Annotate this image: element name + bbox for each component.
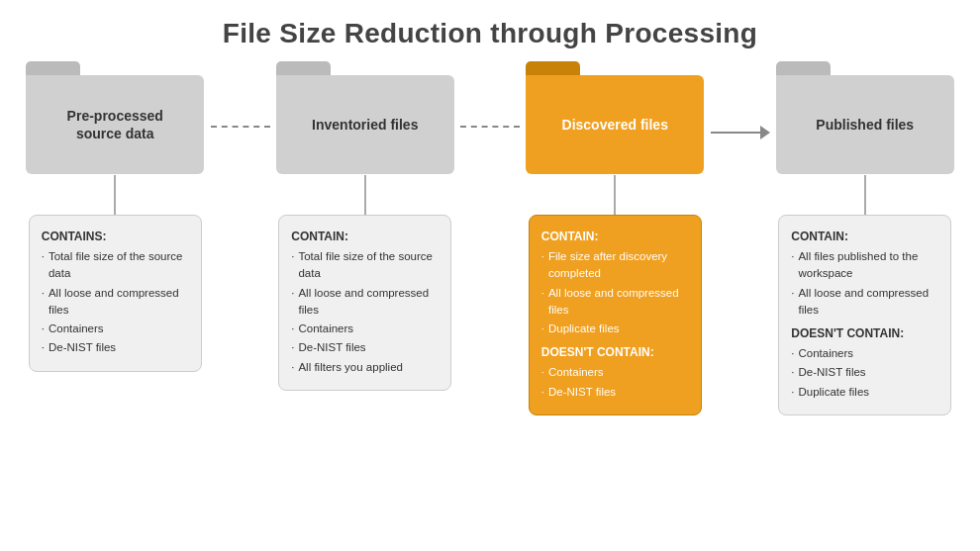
card-item-text-0-1: All loose and compressed files xyxy=(49,285,189,320)
card-pre-processed: CONTAINS: · Total file size of the sourc… xyxy=(29,215,202,372)
page-title: File Size Reduction through Processing xyxy=(0,0,980,49)
connector-discovered xyxy=(614,175,616,215)
folder-body-pre-processed: Pre-processedsource data xyxy=(26,75,204,174)
card-item-dc-3-2: · Duplicate files xyxy=(791,384,938,401)
folder-discovered: Discovered files xyxy=(526,61,704,175)
card-item-dc-3-0: · Containers xyxy=(791,345,938,362)
card-published: CONTAIN: · All files published to the wo… xyxy=(778,215,951,415)
column-published: Published files CONTAIN: · All files pub… xyxy=(770,61,961,415)
connector-pre-processed xyxy=(114,175,116,215)
card-item-2-1: · All loose and compressed files xyxy=(541,285,689,320)
column-pre-processed: Pre-processedsource data CONTAINS: · Tot… xyxy=(20,61,211,372)
card-item-1-4: · All filters you applied xyxy=(291,359,439,376)
bullet-icon: · xyxy=(791,248,794,265)
card-item-1-2: · Containers xyxy=(291,321,439,337)
card-inventoried: CONTAIN: · Total file size of the source… xyxy=(278,215,451,391)
card-contains-title-3: CONTAIN: xyxy=(791,228,938,245)
bullet-icon: · xyxy=(42,285,45,302)
bullet-icon: · xyxy=(541,364,544,381)
bullet-icon: · xyxy=(541,321,544,337)
column-discovered: Discovered files CONTAIN: · File size af… xyxy=(520,61,711,415)
arrow-head-icon xyxy=(760,126,770,139)
card-item-text-dc-2-1: De-NIST files xyxy=(548,384,689,401)
card-item-0-1: · All loose and compressed files xyxy=(42,285,189,320)
bullet-icon: · xyxy=(291,285,294,302)
card-contains-title-0: CONTAINS: xyxy=(42,228,189,245)
card-doesnt-contain-title-3: DOESN'T CONTAIN: xyxy=(791,324,938,342)
bullet-icon: · xyxy=(42,321,45,337)
bullet-icon: · xyxy=(791,345,794,362)
card-item-text-3-0: All files published to the workspace xyxy=(798,248,938,283)
card-item-2-0: · File size after discovery completed xyxy=(541,248,689,283)
folder-label-discovered: Discovered files xyxy=(562,116,668,134)
card-item-dc-2-0: · Containers xyxy=(541,364,689,381)
card-item-text-2-1: All loose and compressed files xyxy=(548,285,689,320)
bullet-icon: · xyxy=(541,248,544,265)
folder-label-published: Published files xyxy=(816,116,914,134)
card-item-text-2-0: File size after discovery completed xyxy=(548,248,689,283)
card-item-3-1: · All loose and compressed files xyxy=(791,285,938,320)
card-item-text-1-2: Containers xyxy=(298,321,439,337)
bullet-icon: · xyxy=(291,248,294,265)
connector-published xyxy=(864,175,866,215)
card-contains-title-2: CONTAIN: xyxy=(541,228,689,245)
card-item-text-dc-2-0: Containers xyxy=(548,364,689,381)
card-item-3-0: · All files published to the workspace xyxy=(791,248,938,283)
card-item-1-1: · All loose and compressed files xyxy=(291,285,439,320)
card-item-text-0-0: Total file size of the source data xyxy=(49,248,189,283)
connector-inventoried xyxy=(364,175,366,215)
card-item-0-2: · Containers xyxy=(42,321,189,337)
card-item-text-dc-3-0: Containers xyxy=(798,345,938,362)
folder-body-inventoried: Inventoried files xyxy=(276,75,454,174)
card-item-text-0-2: Containers xyxy=(49,321,189,337)
card-item-1-0: · Total file size of the source data xyxy=(291,248,439,283)
bullet-icon: · xyxy=(791,384,794,401)
folder-label-pre-processed: Pre-processedsource data xyxy=(67,107,163,142)
bullet-icon: · xyxy=(291,321,294,337)
folder-published: Published files xyxy=(776,61,954,175)
card-item-text-1-3: De-NIST files xyxy=(298,339,439,356)
bullet-icon: · xyxy=(291,339,294,356)
card-item-text-1-4: All filters you applied xyxy=(298,359,439,376)
card-item-text-2-2: Duplicate files xyxy=(548,321,689,337)
card-item-0-0: · Total file size of the source data xyxy=(42,248,189,283)
bullet-icon: · xyxy=(291,359,294,376)
column-inventoried: Inventoried files CONTAIN: · Total file … xyxy=(270,61,461,391)
card-item-0-3: · De-NIST files xyxy=(42,339,189,356)
bullet-icon: · xyxy=(541,384,544,401)
card-doesnt-contain-title-2: DOESN'T CONTAIN: xyxy=(541,343,689,361)
card-item-text-dc-3-1: De-NIST files xyxy=(798,364,938,381)
folder-body-published: Published files xyxy=(776,75,954,174)
folder-inventoried: Inventoried files xyxy=(276,61,454,175)
diagram-area: Pre-processedsource data CONTAINS: · Tot… xyxy=(0,61,980,415)
card-contains-title-1: CONTAIN: xyxy=(291,228,439,245)
card-item-text-1-0: Total file size of the source data xyxy=(298,248,439,283)
bullet-icon: · xyxy=(791,285,794,302)
card-item-text-0-3: De-NIST files xyxy=(49,339,189,356)
card-item-1-3: · De-NIST files xyxy=(291,339,439,356)
card-discovered: CONTAIN: · File size after discovery com… xyxy=(529,215,702,415)
bullet-icon: · xyxy=(42,339,45,356)
card-item-text-dc-3-2: Duplicate files xyxy=(798,384,938,401)
arrow-1 xyxy=(211,126,270,128)
card-item-text-1-1: All loose and compressed files xyxy=(298,285,439,320)
folder-pre-processed: Pre-processedsource data xyxy=(26,61,204,175)
bullet-icon: · xyxy=(42,248,45,265)
bullet-icon: · xyxy=(791,364,794,381)
folder-body-discovered: Discovered files xyxy=(526,75,704,174)
card-item-2-2: · Duplicate files xyxy=(541,321,689,337)
card-item-dc-3-1: · De-NIST files xyxy=(791,364,938,381)
arrow-2 xyxy=(460,126,520,128)
arrow-3 xyxy=(711,126,770,139)
card-item-dc-2-1: · De-NIST files xyxy=(541,384,689,401)
card-item-text-3-1: All loose and compressed files xyxy=(798,285,938,320)
bullet-icon: · xyxy=(541,285,544,302)
folder-label-inventoried: Inventoried files xyxy=(312,116,418,134)
